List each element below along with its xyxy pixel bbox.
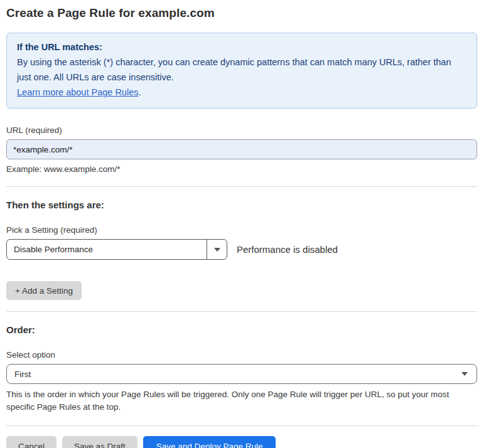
- order-select[interactable]: First: [6, 364, 477, 384]
- footer-actions: Cancel Save as Draft Save and Deploy Pag…: [6, 436, 477, 448]
- cancel-button[interactable]: Cancel: [6, 436, 57, 448]
- footer-divider: [6, 425, 477, 426]
- chevron-down-icon: [461, 372, 468, 376]
- page-rule-form: Create a Page Rule for example.com If th…: [0, 6, 477, 448]
- settings-section-heading: Then the settings are:: [6, 200, 477, 210]
- chevron-down-icon: [214, 248, 220, 252]
- url-example-text: Example: www.example.com/*: [6, 164, 477, 174]
- link-suffix: .: [138, 87, 141, 97]
- order-select-value: First: [14, 370, 31, 379]
- order-section-heading: Order:: [6, 324, 477, 335]
- save-as-draft-button[interactable]: Save as Draft: [62, 436, 137, 448]
- learn-more-link[interactable]: Learn more about Page Rules: [17, 87, 138, 97]
- setting-select-arrow-button[interactable]: [207, 240, 227, 259]
- setting-select[interactable]: Disable Performance: [6, 239, 227, 260]
- setting-row: Disable Performance Performance is disab…: [6, 239, 477, 260]
- save-and-deploy-button[interactable]: Save and Deploy Page Rule: [143, 436, 276, 448]
- setting-status-text: Performance is disabled: [237, 244, 338, 255]
- section-divider: [6, 186, 477, 187]
- order-help-text: This is the order in which your Page Rul…: [6, 388, 473, 413]
- info-box-heading: If the URL matches:: [17, 40, 466, 55]
- info-box-body: By using the asterisk (*) character, you…: [17, 55, 466, 85]
- setting-select-value: Disable Performance: [7, 240, 207, 259]
- url-match-info-box: If the URL matches: By using the asteris…: [6, 33, 477, 109]
- url-field-label: URL (required): [6, 125, 477, 135]
- url-input[interactable]: [6, 139, 477, 159]
- page-title: Create a Page Rule for example.com: [6, 6, 477, 20]
- section-divider: [6, 311, 477, 312]
- setting-picker-label: Pick a Setting (required): [6, 225, 477, 235]
- info-box-link-line: Learn more about Page Rules.: [17, 85, 466, 100]
- add-setting-button[interactable]: + Add a Setting: [6, 281, 82, 300]
- order-select-label: Select option: [6, 350, 477, 360]
